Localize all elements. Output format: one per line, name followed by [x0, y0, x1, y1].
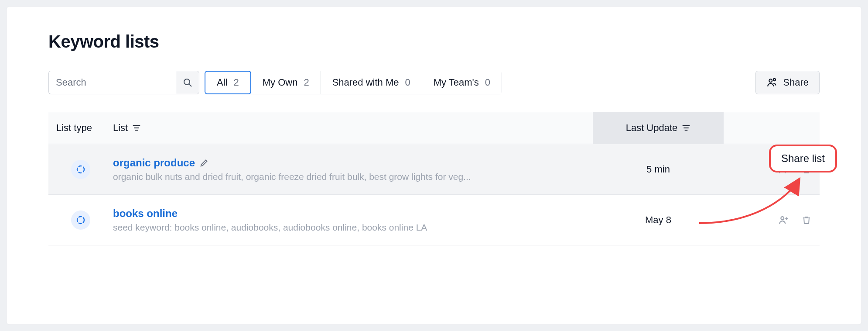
svg-point-3 [773, 79, 776, 81]
filter-count: 0 [485, 77, 490, 88]
list-name-link[interactable]: organic produce [113, 157, 209, 169]
list-description: organic bulk nuts and dried fruit, organ… [113, 172, 514, 182]
sort-icon [132, 124, 141, 132]
filter-count: 2 [233, 77, 239, 88]
annotation-tooltip: Share list [769, 145, 837, 172]
svg-line-1 [189, 84, 191, 86]
users-icon [766, 77, 778, 88]
filter-label: My Own [263, 77, 298, 88]
filter-label: All [217, 77, 227, 88]
filter-shared-with-me[interactable]: Shared with Me 0 [321, 71, 422, 94]
share-button-label: Share [783, 77, 809, 88]
sort-icon [682, 124, 690, 132]
filter-label: Shared with Me [332, 77, 399, 88]
list-type-icon [71, 160, 90, 179]
column-header-update-label: Last Update [626, 122, 678, 134]
column-header-list[interactable]: List [113, 122, 593, 134]
edit-icon[interactable] [199, 158, 209, 168]
filter-count: 0 [405, 77, 410, 88]
last-update-value: 5 min [593, 164, 724, 175]
search-icon [182, 77, 193, 88]
filter-tabs: All 2 My Own 2 Shared with Me 0 My Team'… [205, 71, 502, 94]
list-type-icon [71, 210, 90, 230]
filter-my-teams[interactable]: My Team's 0 [422, 71, 502, 94]
table-header: List type List Last Update [48, 112, 820, 144]
column-header-list-label: List [113, 122, 128, 134]
svg-point-14 [77, 217, 84, 224]
svg-point-2 [769, 79, 772, 82]
filter-label: My Team's [434, 77, 479, 88]
search-input[interactable] [48, 71, 176, 94]
filter-my-own[interactable]: My Own 2 [251, 71, 321, 94]
list-name-text: organic produce [113, 157, 195, 169]
filter-count: 2 [304, 77, 309, 88]
svg-point-10 [77, 166, 84, 173]
column-header-last-update[interactable]: Last Update [593, 112, 724, 144]
page-title: Keyword lists [48, 32, 820, 52]
table-row: organic produce organic bulk nuts and dr… [48, 144, 820, 195]
filter-all[interactable]: All 2 [205, 71, 251, 94]
list-name-link[interactable]: books online [113, 207, 178, 220]
search-button[interactable] [176, 71, 199, 94]
annotation-arrow [699, 192, 813, 244]
column-header-type[interactable]: List type [48, 122, 113, 134]
share-button[interactable]: Share [755, 71, 820, 94]
list-name-text: books online [113, 207, 178, 220]
search-field [48, 71, 199, 94]
keyword-lists-panel: Keyword lists All 2 My O [6, 6, 862, 325]
filter-bar: All 2 My Own 2 Shared with Me 0 My Team'… [48, 71, 820, 94]
list-description: seed keyword: books online, audiobooks, … [113, 222, 514, 233]
svg-point-0 [184, 79, 190, 85]
